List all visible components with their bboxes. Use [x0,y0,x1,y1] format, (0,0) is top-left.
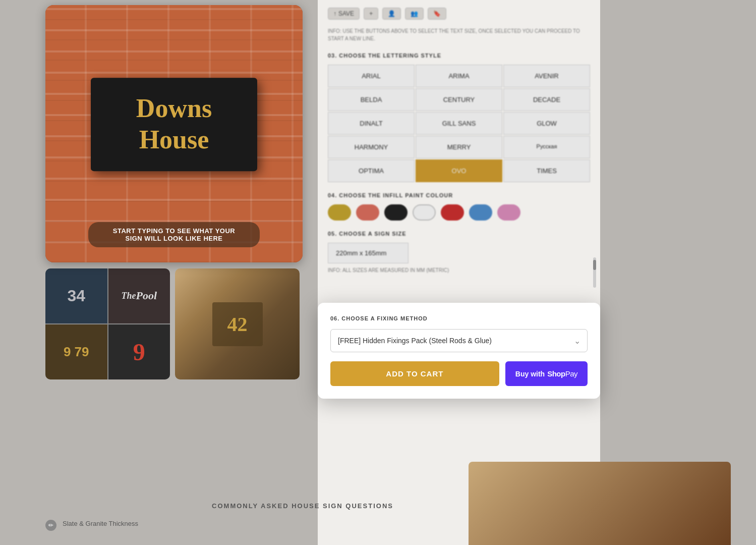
color-section-title: 04. CHOOSE THE INFILL PAINT COLOUR [328,192,590,198]
swatch-black[interactable] [384,204,408,221]
fixing-modal: 06. CHOOSE A FIXING METHOD [FREE] Hidden… [318,303,600,399]
thumb-cell-2[interactable]: ThePool [108,268,170,323]
thumbnail-sign: 42 [212,302,263,346]
buy-with-shoppay-button[interactable]: Buy with ShopPay [505,361,588,386]
share-bookmark-icon[interactable]: 🔖 [428,8,446,20]
faq-item-label: Slate & Granite Thickness [63,520,138,527]
font-glow[interactable]: GLOW [503,112,590,135]
share-user-icon[interactable]: 👤 [382,8,401,20]
thumb-cell-3[interactable]: 9 79 [45,324,107,379]
font-gillsans[interactable]: GILL SANS [416,112,502,135]
font-merry[interactable]: MERRY [416,136,502,158]
save-arrow-icon: ↑ [333,10,336,17]
left-panel: DownsHouse START TYPING TO SEE WHAT YOUR… [45,5,308,379]
shoppay-buy-with-label: Buy with [515,370,545,378]
font-arima[interactable]: ARIMA [416,65,502,87]
sign-subtitle-line1: START TYPING TO SEE WHAT YOUR [102,227,246,235]
swatch-pink[interactable] [497,204,520,221]
scroll-indicator[interactable] [593,257,596,288]
add-to-cart-button[interactable]: ADD TO CART [330,361,499,386]
info-text: INFO: USE THE BUTTONS ABOVE TO SELECT TH… [328,27,590,42]
shoppay-logo: ShopPay [547,369,577,378]
share-row: ↑ SAVE + 👤 👥 🔖 [328,8,590,20]
thumb-cell-1[interactable]: 34 [45,268,107,323]
lettering-section-title: 03. CHOOSE THE LETTERING STYLE [328,52,590,59]
size-section-title: 05. CHOOSE A SIGN SIZE [328,231,590,237]
font-dinalt[interactable]: DINALT [328,112,415,135]
color-swatches [328,204,590,221]
font-harmony[interactable]: HARMONY [328,136,415,158]
color-section: 04. CHOOSE THE INFILL PAINT COLOUR [328,192,590,221]
size-info: INFO: ALL SIZES ARE MEASURED IN MM (METR… [328,267,590,273]
font-times[interactable]: TIMES [503,159,590,182]
font-avenir[interactable]: AVENIR [503,65,590,87]
sign-typing-prompt: START TYPING TO SEE WHAT YOUR SIGN WILL … [88,222,260,247]
bottom-right-image [469,462,731,545]
swatch-white[interactable] [413,204,436,221]
font-belda[interactable]: BELDA [328,88,415,111]
sign-subtitle-line2: SIGN WILL LOOK LIKE HERE [102,235,246,242]
thumbnail-sign-text: 42 [227,313,248,336]
font-decade[interactable]: DECADE [503,88,590,111]
options-area: ↑ SAVE + 👤 👥 🔖 INFO: USE THE BUTTONS ABO… [318,0,600,288]
main-product-image: DownsHouse START TYPING TO SEE WHAT YOUR… [45,5,303,262]
font-russian[interactable]: Русская [503,136,590,158]
font-optima[interactable]: OPTIMA [328,159,415,182]
swatch-gold[interactable] [328,204,351,221]
swatch-salmon[interactable] [356,204,379,221]
cart-action-row: ADD TO CART Buy with ShopPay [330,361,588,386]
font-arial[interactable]: ARIAL [328,65,415,87]
size-section: 05. CHOOSE A SIGN SIZE 220mm x 165mm INF… [328,231,590,273]
faq-pencil-icon: ✏ [45,520,56,531]
swatch-blue[interactable] [469,204,492,221]
fixing-select[interactable]: [FREE] Hidden Fixings Pack (Steel Rods &… [330,329,588,352]
thumb-cell-4[interactable]: 9 [108,324,170,379]
share-profile-icon[interactable]: 👥 [405,8,424,20]
swatch-red[interactable] [441,204,464,221]
save-label: SAVE [338,10,354,17]
fixing-select-wrapper: [FREE] Hidden Fixings Pack (Steel Rods &… [330,329,588,352]
font-ovo[interactable]: OVO [416,159,502,182]
scroll-thumb [593,260,596,270]
save-button[interactable]: ↑ SAVE [328,8,360,20]
font-grid: ARIAL ARIMA AVENIR BELDA CENTURY DECADE … [328,65,590,182]
share-plus-button[interactable]: + [364,8,378,20]
fixing-section-title: 06. CHOOSE A FIXING METHOD [330,315,588,321]
size-display[interactable]: 220mm x 165mm [328,243,409,263]
sign-text-display: DownsHouse [101,93,247,156]
thumbnail-building[interactable]: 42 [175,268,300,379]
thumbnail-row: 34 ThePool 9 79 9 42 [45,268,308,379]
font-century[interactable]: CENTURY [416,88,502,111]
thumbnail-grid[interactable]: 34 ThePool 9 79 9 [45,268,170,379]
sign-preview: DownsHouse [91,78,257,171]
